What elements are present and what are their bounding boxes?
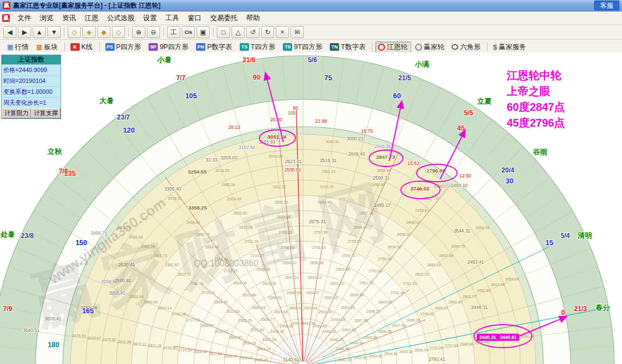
wheel-date-label: 21/3	[574, 305, 587, 313]
wheel-cell-value: 2511.89	[251, 328, 264, 332]
toolbar-item-sectors[interactable]: ▩ 板块	[33, 41, 61, 53]
wheel-angle-label: 90	[253, 73, 260, 81]
solar-term-label: 大暑	[99, 97, 114, 105]
sectors-grid-icon: ▩	[36, 44, 42, 50]
toolbar-item-kline[interactable]: K K线	[68, 41, 97, 53]
wheel-cell-value: 2717.43	[186, 318, 200, 322]
menu-item-tools[interactable]: 工具	[161, 13, 183, 24]
toolbar-item-t-number-table[interactable]: TN T数字表	[327, 41, 369, 53]
wheel-value-label: 3458.75	[91, 230, 108, 236]
back-icon[interactable]: ◀	[3, 26, 16, 38]
wheel-cell-value: 2649.62	[378, 300, 392, 304]
wheel-date-label: 7/8	[59, 168, 68, 175]
menu-item-news[interactable]: 资讯	[58, 13, 80, 24]
toolbar-item-hexagon[interactable]: 六角形	[449, 41, 484, 53]
t-number-table-icon: TN	[330, 43, 339, 51]
delete-tool-icon[interactable]: ×	[276, 26, 289, 38]
toolbar-item-quotes[interactable]: ▦ 行情	[4, 41, 32, 53]
down-icon[interactable]: ▼	[48, 26, 61, 38]
wheel-cell-value: 2819.14	[158, 306, 171, 310]
wheel-cell-value: 2812.78	[239, 225, 252, 229]
toolbar-item-p-number-table[interactable]: PN P数字表	[193, 41, 236, 53]
toolbar-item-label: 六角形	[460, 43, 481, 52]
wheel-cell-value: 2757.69	[313, 230, 327, 234]
wheel-cell-value: 2761.93	[245, 240, 258, 243]
rotate-cw-icon[interactable]: ↻	[261, 26, 274, 38]
triangle-tool-icon[interactable]: △	[232, 26, 245, 38]
menu-item-file[interactable]: 文件	[13, 13, 35, 24]
wheel-cell-value: 2872.11	[133, 342, 146, 346]
wheel-cell-value: 2869.99	[144, 300, 157, 304]
wheel-value-label: 3608.41	[45, 316, 62, 321]
wheel-value-label: 3140.61	[283, 357, 300, 362]
customer-service-button[interactable]: 客服	[594, 1, 619, 10]
toolbar-separator	[64, 28, 64, 37]
wheel-cell-value: 2922.96	[117, 340, 131, 344]
wheel-cell-value: 3075.53	[72, 334, 86, 338]
wheel-cell-value: 2859.40	[318, 200, 331, 204]
wheel-cell-value: 2806.42	[353, 225, 367, 229]
zoom-out-icon[interactable]: ⊖	[147, 26, 160, 38]
wheel-cell-value: 2662.34	[233, 281, 247, 285]
wheel-cell-value: 2704.72	[342, 254, 356, 258]
9t-square-icon: T9	[283, 43, 292, 51]
rect-tool-icon[interactable]: □	[217, 26, 230, 38]
diamond-tool-4-icon[interactable]: ◇	[112, 26, 125, 38]
frame-tool-icon[interactable]: ▣	[197, 26, 210, 38]
toolbar-item-t-square[interactable]: TS T四方形	[237, 41, 279, 53]
menu-item-settings[interactable]: 设置	[139, 13, 161, 24]
annotation-line: 45度2796点	[507, 115, 565, 131]
menu-item-help[interactable]: 帮助	[242, 13, 264, 24]
wheel-cell-value: 2912.37	[273, 185, 286, 189]
wheel-cell-value: 2664.46	[214, 300, 228, 304]
menu-item-formula-select[interactable]: 公式选股	[103, 13, 139, 24]
wheel-value-label: 2448.31	[471, 305, 488, 310]
info-row-step: 周天变化步长=1	[2, 97, 61, 108]
diamond-tool-1-icon[interactable]: ◇	[68, 26, 81, 38]
up-icon[interactable]: ▲	[33, 26, 46, 38]
menu-item-trade-order[interactable]: 交易委托	[206, 13, 242, 24]
menu-item-window[interactable]: 窗口	[183, 13, 206, 24]
wheel-cell-value: 2850.92	[448, 300, 462, 304]
wheel-date-label: 21/6	[242, 56, 256, 64]
wheel-cell-value: 2797.95	[445, 344, 458, 348]
toolbar-item-gann-wheel[interactable]: 江恩轮	[375, 41, 411, 53]
calc-support-button[interactable]: 计算支撑	[31, 108, 61, 118]
diamond-tool-2-icon[interactable]: ◈	[82, 26, 96, 38]
toolbar-item-label: 赢家服务	[499, 43, 526, 52]
toolbar-item-p-square[interactable]: PS P四方形	[103, 41, 145, 53]
note-tool-icon[interactable]: ✉	[291, 26, 304, 38]
wheel-cell-value: 2751.33	[403, 282, 417, 285]
wheel-cell-value: 2914.49	[227, 197, 241, 201]
menu-item-gann[interactable]: 江恩	[80, 13, 103, 24]
menu-item-browse[interactable]: 浏览	[35, 13, 58, 24]
wheel-cell-value: 2611.48	[242, 293, 256, 297]
zoom-in-icon[interactable]: ⊕	[132, 26, 145, 38]
rotate-ccw-icon[interactable]: ↺	[246, 26, 259, 38]
toolbar-item-9t-square[interactable]: T9 9T四方形	[280, 41, 326, 53]
toolbar-item-winner-wheel[interactable]: 赢家轮	[412, 41, 448, 53]
cis-tool-icon[interactable]: CIs	[182, 26, 195, 38]
wheel-cell-value: 2446.21	[330, 338, 343, 342]
wheel-cell-value: 2764.04	[215, 257, 228, 261]
wheel-date-label: 20/4	[501, 166, 514, 174]
dollar-icon: $	[493, 44, 497, 51]
measure-tool-icon[interactable]: 工	[167, 26, 180, 38]
toolbar-item-9p-square[interactable]: 9P 9P四方形	[146, 41, 192, 53]
toolbar-item-winner-service[interactable]: $ 赢家服务	[490, 41, 530, 53]
p-number-table-icon: PN	[196, 43, 205, 51]
wheel-cell-value: 2766.16	[189, 282, 203, 285]
toolbar-item-label: 板块	[44, 43, 58, 52]
wheel-cell-value: 2770.40	[163, 346, 176, 350]
wheel-cell-value: 2558.51	[268, 296, 282, 300]
forward-icon[interactable]: ▶	[18, 26, 31, 38]
wheel-angle-label: 30	[506, 177, 513, 185]
window-title: 赢家江恩专业版[赢家服务平台] - [上证指数 江恩轮]	[13, 1, 161, 10]
wheel-cell-value: 2903.89	[439, 254, 453, 258]
calc-resistance-button[interactable]: 计算阻力	[2, 108, 31, 118]
wheel-angle-label: 105	[185, 92, 197, 100]
wheel-cell-value: 2647.50	[392, 324, 406, 327]
wheel-cell-value: 2668.69	[193, 350, 207, 354]
wheel-cell-value: 2916.61	[186, 220, 200, 224]
diamond-tool-3-icon[interactable]: ◆	[97, 26, 110, 38]
